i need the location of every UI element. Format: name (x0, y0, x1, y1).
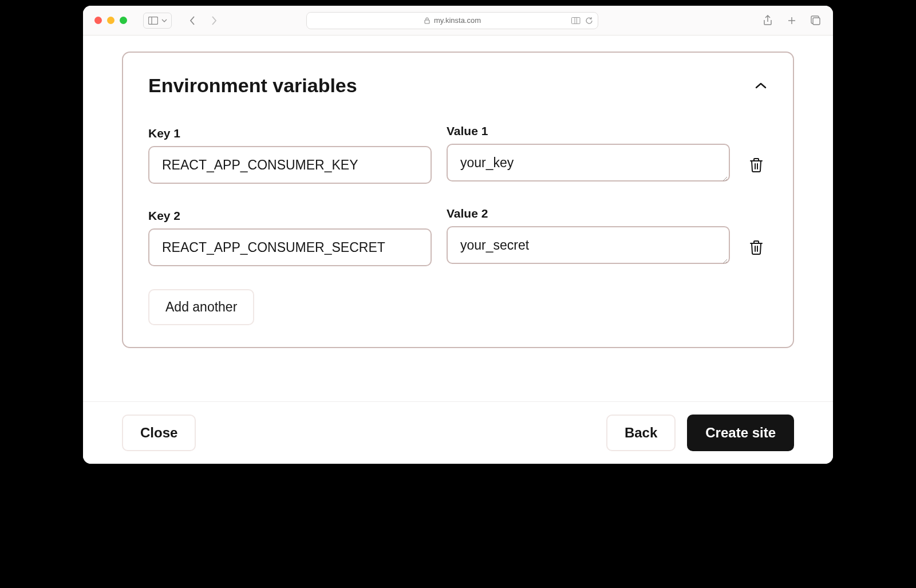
back-icon[interactable] (187, 15, 198, 26)
value-field-group: Value 2 (447, 207, 730, 266)
traffic-lights (94, 17, 127, 24)
nav-arrows (187, 15, 220, 26)
browser-window: my.kinsta.com En (83, 6, 833, 464)
new-tab-icon[interactable] (786, 15, 797, 26)
trash-icon (749, 157, 764, 173)
delete-row-button[interactable] (745, 228, 768, 266)
value-input[interactable] (447, 226, 730, 264)
window-maximize-button[interactable] (120, 17, 127, 24)
svg-rect-3 (572, 17, 577, 23)
key-input[interactable] (148, 228, 432, 266)
trash-icon (749, 239, 764, 255)
lock-icon (424, 17, 431, 24)
url-text: my.kinsta.com (434, 16, 481, 25)
svg-rect-2 (425, 20, 429, 23)
collapse-toggle[interactable] (754, 79, 768, 93)
add-another-button[interactable]: Add another (148, 289, 254, 325)
tabs-icon[interactable] (810, 15, 822, 26)
footer-bar: Close Back Create site (83, 401, 833, 464)
env-var-row: Key 2 Value 2 (148, 207, 768, 266)
back-button[interactable]: Back (606, 415, 676, 451)
env-vars-panel: Environment variables Key 1 Value 1 (122, 52, 794, 348)
key-input[interactable] (148, 146, 432, 184)
footer-right: Back Create site (606, 415, 794, 451)
value-label: Value 1 (447, 124, 730, 138)
browser-chrome: my.kinsta.com (83, 6, 833, 35)
value-label: Value 2 (447, 207, 730, 220)
share-icon[interactable] (762, 15, 773, 26)
close-button[interactable]: Close (122, 415, 196, 451)
address-bar[interactable]: my.kinsta.com (306, 12, 598, 29)
sidebar-toggle[interactable] (143, 13, 172, 29)
svg-rect-4 (575, 17, 580, 23)
delete-row-button[interactable] (745, 146, 768, 184)
chrome-right-actions (762, 15, 822, 26)
svg-rect-5 (813, 18, 820, 25)
key-field-group: Key 1 (148, 127, 432, 184)
chevron-down-icon (161, 15, 168, 26)
key-label: Key 1 (148, 127, 432, 140)
value-field-group: Value 1 (447, 124, 730, 184)
create-site-button[interactable]: Create site (687, 415, 794, 451)
content-area: Environment variables Key 1 Value 1 (83, 35, 833, 401)
sidebar-icon (147, 15, 159, 26)
reload-icon[interactable] (585, 15, 593, 26)
window-minimize-button[interactable] (107, 17, 114, 24)
forward-icon[interactable] (208, 15, 220, 26)
value-input[interactable] (447, 144, 730, 181)
panel-header: Environment variables (148, 74, 768, 97)
key-field-group: Key 2 (148, 209, 432, 266)
env-var-row: Key 1 Value 1 (148, 124, 768, 184)
reader-icon[interactable] (571, 15, 581, 26)
key-label: Key 2 (148, 209, 432, 223)
window-close-button[interactable] (94, 17, 102, 24)
svg-rect-0 (148, 17, 157, 24)
panel-title: Environment variables (148, 74, 357, 97)
